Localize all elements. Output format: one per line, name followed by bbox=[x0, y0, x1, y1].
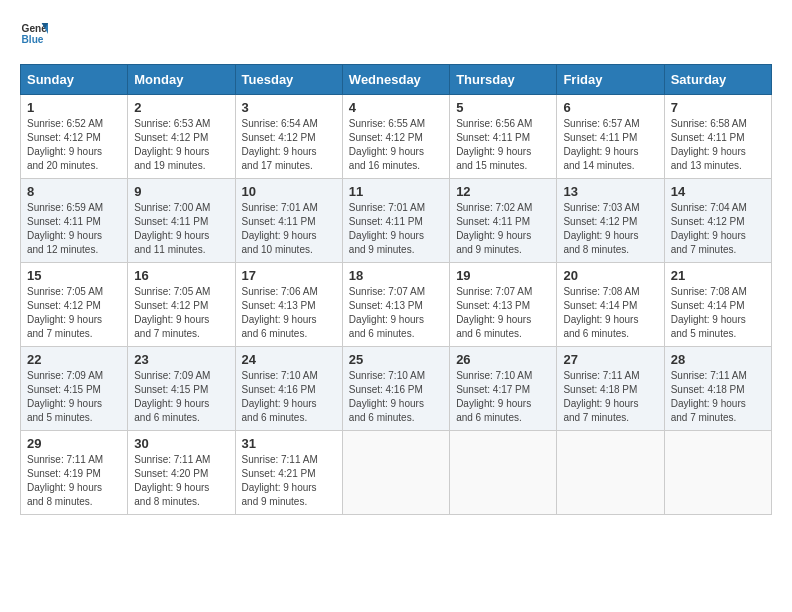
day-info: Sunrise: 7:10 AMSunset: 4:16 PMDaylight:… bbox=[349, 370, 425, 423]
header: General Blue bbox=[20, 20, 772, 48]
day-info: Sunrise: 7:03 AMSunset: 4:12 PMDaylight:… bbox=[563, 202, 639, 255]
day-number: 19 bbox=[456, 268, 550, 283]
calendar-cell bbox=[450, 431, 557, 515]
calendar-cell: 11 Sunrise: 7:01 AMSunset: 4:11 PMDaylig… bbox=[342, 179, 449, 263]
svg-text:Blue: Blue bbox=[22, 34, 44, 45]
day-info: Sunrise: 7:07 AMSunset: 4:13 PMDaylight:… bbox=[456, 286, 532, 339]
day-info: Sunrise: 7:09 AMSunset: 4:15 PMDaylight:… bbox=[27, 370, 103, 423]
day-number: 21 bbox=[671, 268, 765, 283]
week-row-4: 22 Sunrise: 7:09 AMSunset: 4:15 PMDaylig… bbox=[21, 347, 772, 431]
day-number: 18 bbox=[349, 268, 443, 283]
day-number: 31 bbox=[242, 436, 336, 451]
day-number: 26 bbox=[456, 352, 550, 367]
day-info: Sunrise: 6:56 AMSunset: 4:11 PMDaylight:… bbox=[456, 118, 532, 171]
calendar-cell: 13 Sunrise: 7:03 AMSunset: 4:12 PMDaylig… bbox=[557, 179, 664, 263]
calendar-cell: 26 Sunrise: 7:10 AMSunset: 4:17 PMDaylig… bbox=[450, 347, 557, 431]
day-number: 23 bbox=[134, 352, 228, 367]
day-header-saturday: Saturday bbox=[664, 65, 771, 95]
calendar-cell: 27 Sunrise: 7:11 AMSunset: 4:18 PMDaylig… bbox=[557, 347, 664, 431]
calendar-cell: 23 Sunrise: 7:09 AMSunset: 4:15 PMDaylig… bbox=[128, 347, 235, 431]
calendar-cell: 3 Sunrise: 6:54 AMSunset: 4:12 PMDayligh… bbox=[235, 95, 342, 179]
calendar-cell: 14 Sunrise: 7:04 AMSunset: 4:12 PMDaylig… bbox=[664, 179, 771, 263]
calendar-cell: 12 Sunrise: 7:02 AMSunset: 4:11 PMDaylig… bbox=[450, 179, 557, 263]
day-info: Sunrise: 7:01 AMSunset: 4:11 PMDaylight:… bbox=[242, 202, 318, 255]
calendar-cell: 17 Sunrise: 7:06 AMSunset: 4:13 PMDaylig… bbox=[235, 263, 342, 347]
calendar-cell: 25 Sunrise: 7:10 AMSunset: 4:16 PMDaylig… bbox=[342, 347, 449, 431]
calendar-header-row: SundayMondayTuesdayWednesdayThursdayFrid… bbox=[21, 65, 772, 95]
day-number: 14 bbox=[671, 184, 765, 199]
calendar-cell: 1 Sunrise: 6:52 AMSunset: 4:12 PMDayligh… bbox=[21, 95, 128, 179]
day-info: Sunrise: 7:00 AMSunset: 4:11 PMDaylight:… bbox=[134, 202, 210, 255]
day-info: Sunrise: 7:11 AMSunset: 4:18 PMDaylight:… bbox=[563, 370, 639, 423]
logo: General Blue bbox=[20, 20, 48, 48]
day-info: Sunrise: 7:08 AMSunset: 4:14 PMDaylight:… bbox=[671, 286, 747, 339]
day-number: 4 bbox=[349, 100, 443, 115]
day-number: 17 bbox=[242, 268, 336, 283]
day-number: 13 bbox=[563, 184, 657, 199]
day-header-wednesday: Wednesday bbox=[342, 65, 449, 95]
day-info: Sunrise: 6:54 AMSunset: 4:12 PMDaylight:… bbox=[242, 118, 318, 171]
week-row-3: 15 Sunrise: 7:05 AMSunset: 4:12 PMDaylig… bbox=[21, 263, 772, 347]
calendar-cell: 28 Sunrise: 7:11 AMSunset: 4:18 PMDaylig… bbox=[664, 347, 771, 431]
calendar-cell bbox=[664, 431, 771, 515]
calendar-cell: 8 Sunrise: 6:59 AMSunset: 4:11 PMDayligh… bbox=[21, 179, 128, 263]
day-number: 24 bbox=[242, 352, 336, 367]
calendar-cell: 29 Sunrise: 7:11 AMSunset: 4:19 PMDaylig… bbox=[21, 431, 128, 515]
day-number: 12 bbox=[456, 184, 550, 199]
day-number: 16 bbox=[134, 268, 228, 283]
day-info: Sunrise: 6:59 AMSunset: 4:11 PMDaylight:… bbox=[27, 202, 103, 255]
day-number: 15 bbox=[27, 268, 121, 283]
day-number: 7 bbox=[671, 100, 765, 115]
day-header-sunday: Sunday bbox=[21, 65, 128, 95]
day-info: Sunrise: 7:10 AMSunset: 4:17 PMDaylight:… bbox=[456, 370, 532, 423]
day-info: Sunrise: 7:11 AMSunset: 4:20 PMDaylight:… bbox=[134, 454, 210, 507]
day-number: 3 bbox=[242, 100, 336, 115]
calendar-cell: 2 Sunrise: 6:53 AMSunset: 4:12 PMDayligh… bbox=[128, 95, 235, 179]
calendar-cell bbox=[342, 431, 449, 515]
calendar-cell: 18 Sunrise: 7:07 AMSunset: 4:13 PMDaylig… bbox=[342, 263, 449, 347]
day-number: 22 bbox=[27, 352, 121, 367]
day-info: Sunrise: 7:05 AMSunset: 4:12 PMDaylight:… bbox=[134, 286, 210, 339]
day-header-friday: Friday bbox=[557, 65, 664, 95]
calendar-cell: 9 Sunrise: 7:00 AMSunset: 4:11 PMDayligh… bbox=[128, 179, 235, 263]
week-row-1: 1 Sunrise: 6:52 AMSunset: 4:12 PMDayligh… bbox=[21, 95, 772, 179]
calendar-cell: 6 Sunrise: 6:57 AMSunset: 4:11 PMDayligh… bbox=[557, 95, 664, 179]
calendar-cell: 10 Sunrise: 7:01 AMSunset: 4:11 PMDaylig… bbox=[235, 179, 342, 263]
calendar-cell: 7 Sunrise: 6:58 AMSunset: 4:11 PMDayligh… bbox=[664, 95, 771, 179]
calendar-cell: 16 Sunrise: 7:05 AMSunset: 4:12 PMDaylig… bbox=[128, 263, 235, 347]
day-number: 20 bbox=[563, 268, 657, 283]
day-info: Sunrise: 7:08 AMSunset: 4:14 PMDaylight:… bbox=[563, 286, 639, 339]
calendar-cell: 21 Sunrise: 7:08 AMSunset: 4:14 PMDaylig… bbox=[664, 263, 771, 347]
day-number: 8 bbox=[27, 184, 121, 199]
day-info: Sunrise: 7:10 AMSunset: 4:16 PMDaylight:… bbox=[242, 370, 318, 423]
week-row-5: 29 Sunrise: 7:11 AMSunset: 4:19 PMDaylig… bbox=[21, 431, 772, 515]
day-number: 29 bbox=[27, 436, 121, 451]
day-info: Sunrise: 6:52 AMSunset: 4:12 PMDaylight:… bbox=[27, 118, 103, 171]
calendar-cell: 24 Sunrise: 7:10 AMSunset: 4:16 PMDaylig… bbox=[235, 347, 342, 431]
day-info: Sunrise: 7:06 AMSunset: 4:13 PMDaylight:… bbox=[242, 286, 318, 339]
day-number: 11 bbox=[349, 184, 443, 199]
calendar-cell: 30 Sunrise: 7:11 AMSunset: 4:20 PMDaylig… bbox=[128, 431, 235, 515]
day-number: 5 bbox=[456, 100, 550, 115]
day-info: Sunrise: 7:09 AMSunset: 4:15 PMDaylight:… bbox=[134, 370, 210, 423]
day-number: 27 bbox=[563, 352, 657, 367]
week-row-2: 8 Sunrise: 6:59 AMSunset: 4:11 PMDayligh… bbox=[21, 179, 772, 263]
day-info: Sunrise: 7:07 AMSunset: 4:13 PMDaylight:… bbox=[349, 286, 425, 339]
calendar-cell: 22 Sunrise: 7:09 AMSunset: 4:15 PMDaylig… bbox=[21, 347, 128, 431]
calendar-table: SundayMondayTuesdayWednesdayThursdayFrid… bbox=[20, 64, 772, 515]
day-number: 2 bbox=[134, 100, 228, 115]
calendar-cell: 19 Sunrise: 7:07 AMSunset: 4:13 PMDaylig… bbox=[450, 263, 557, 347]
day-info: Sunrise: 7:01 AMSunset: 4:11 PMDaylight:… bbox=[349, 202, 425, 255]
day-info: Sunrise: 7:11 AMSunset: 4:19 PMDaylight:… bbox=[27, 454, 103, 507]
day-number: 6 bbox=[563, 100, 657, 115]
day-header-monday: Monday bbox=[128, 65, 235, 95]
day-number: 1 bbox=[27, 100, 121, 115]
day-number: 10 bbox=[242, 184, 336, 199]
logo-icon: General Blue bbox=[20, 20, 48, 48]
day-info: Sunrise: 7:05 AMSunset: 4:12 PMDaylight:… bbox=[27, 286, 103, 339]
calendar-cell: 4 Sunrise: 6:55 AMSunset: 4:12 PMDayligh… bbox=[342, 95, 449, 179]
calendar-cell: 5 Sunrise: 6:56 AMSunset: 4:11 PMDayligh… bbox=[450, 95, 557, 179]
day-number: 30 bbox=[134, 436, 228, 451]
calendar-cell: 15 Sunrise: 7:05 AMSunset: 4:12 PMDaylig… bbox=[21, 263, 128, 347]
day-number: 28 bbox=[671, 352, 765, 367]
